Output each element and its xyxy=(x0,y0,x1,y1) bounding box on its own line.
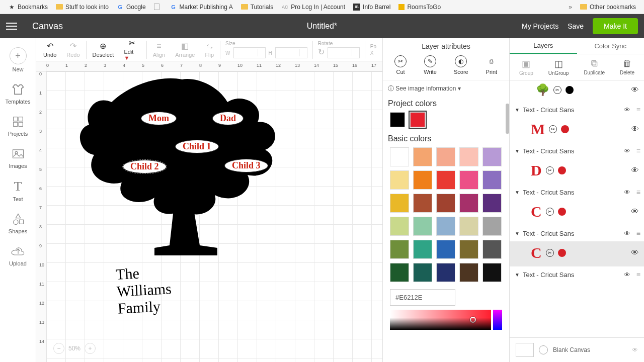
visibility-off-icon[interactable]: 👁 xyxy=(632,346,638,353)
upload-tool[interactable]: Upload xyxy=(0,239,36,272)
color-swatch[interactable] xyxy=(436,170,455,190)
width-input[interactable] xyxy=(233,47,266,58)
canvas-area[interactable]: 01234567891011121314151617 0123456789101… xyxy=(36,61,382,362)
visibility-icon[interactable]: 👁 xyxy=(631,166,639,175)
color-swatch[interactable] xyxy=(436,194,455,213)
tree-image[interactable] xyxy=(66,74,298,270)
bookmark-item[interactable] xyxy=(150,2,166,12)
bookmark-item[interactable]: ★Bookmarks xyxy=(4,2,52,12)
color-swatch[interactable] xyxy=(482,217,502,236)
drag-handle-icon[interactable]: ≡ xyxy=(636,147,639,155)
name-child3[interactable]: Child 3 xyxy=(224,159,268,172)
layer-row[interactable]: M✂👁 xyxy=(510,118,644,143)
layer-row[interactable]: C✂👁 xyxy=(510,241,644,266)
blank-canvas-row[interactable]: Blank Canvas 👁 xyxy=(510,337,644,362)
color-swatch[interactable] xyxy=(390,263,409,282)
color-swatch[interactable] xyxy=(436,263,455,282)
bookmark-item[interactable]: GGoogle xyxy=(113,2,150,12)
name-dad[interactable]: Dad xyxy=(212,112,244,125)
layer-header[interactable]: ▼Text - Cricut Sans👁≡ xyxy=(510,184,644,200)
rotate-icon[interactable]: ↻ xyxy=(318,47,325,56)
color-swatch[interactable] xyxy=(436,240,455,259)
layer-header[interactable]: ▼Text - Cricut Sans👁≡ xyxy=(510,143,644,159)
color-swatch[interactable] xyxy=(459,263,478,282)
other-bookmarks[interactable]: Other bookmarks xyxy=(576,2,640,12)
color-swatch[interactable] xyxy=(482,240,502,259)
bookmark-item[interactable]: IBInfo Barrel xyxy=(349,2,394,12)
color-swatch[interactable] xyxy=(413,217,432,236)
see-image-info[interactable]: ⓘ See image information ▾ xyxy=(383,80,509,97)
tab-layers[interactable]: Layers xyxy=(510,38,577,54)
linetype-write[interactable]: ✎Write xyxy=(424,55,436,75)
bookmark-item[interactable]: Tutorials xyxy=(237,2,278,12)
layer-header[interactable]: ▼Text - Cricut Sans👁≡ xyxy=(510,225,644,241)
family-title-text[interactable]: The Williams Family xyxy=(115,263,173,317)
color-swatch[interactable] xyxy=(459,170,478,190)
document-title[interactable]: Untitled* xyxy=(307,22,337,31)
color-swatch[interactable] xyxy=(413,170,432,190)
color-swatch[interactable] xyxy=(390,147,409,166)
my-projects-link[interactable]: My Projects xyxy=(522,22,558,30)
align-button[interactable]: ≡Align xyxy=(148,40,170,60)
color-swatch[interactable] xyxy=(390,217,409,236)
layer-header[interactable]: ▼Text - Cricut Sans👁≡ xyxy=(510,102,644,118)
gradient-handle[interactable] xyxy=(470,317,476,323)
color-swatch[interactable] xyxy=(459,194,478,213)
color-swatch[interactable] xyxy=(390,170,409,190)
layer-header[interactable]: ▼Text - Cricut Sans👁≡ xyxy=(510,266,644,283)
drag-handle-icon[interactable]: ≡ xyxy=(636,270,639,279)
visibility-icon[interactable]: 👁 xyxy=(624,271,630,279)
menu-icon[interactable] xyxy=(6,18,22,34)
bookmark-item[interactable]: RoomsToGo xyxy=(394,2,445,12)
shapes-tool[interactable]: Shapes xyxy=(0,207,36,239)
text-tool[interactable]: TText xyxy=(0,174,36,207)
scrollbar-thumb[interactable] xyxy=(506,104,509,134)
layer-row[interactable]: D✂👁 xyxy=(510,159,644,184)
name-mom[interactable]: Mom xyxy=(141,112,177,125)
color-swatch[interactable] xyxy=(410,112,425,127)
color-swatch[interactable] xyxy=(390,194,409,213)
visibility-icon[interactable]: 👁 xyxy=(624,230,630,237)
drag-handle-icon[interactable]: ≡ xyxy=(636,188,639,196)
bookmarks-overflow[interactable]: » xyxy=(565,4,576,11)
deselect-button[interactable]: ⊕Deselect xyxy=(88,40,119,60)
height-input[interactable] xyxy=(275,47,307,58)
delete-button[interactable]: 🗑Delete xyxy=(620,58,634,76)
flip-button[interactable]: ⇋Flip xyxy=(200,40,219,60)
linetype-score[interactable]: ◐Score xyxy=(454,55,468,75)
zoom-in-button[interactable]: + xyxy=(85,343,96,354)
templates-tool[interactable]: Templates xyxy=(0,77,36,110)
tab-color-sync[interactable]: Color Sync xyxy=(577,38,645,54)
visibility-icon[interactable]: 👁 xyxy=(631,248,639,257)
arrange-button[interactable]: ◧Arrange xyxy=(170,40,200,60)
color-swatch[interactable] xyxy=(413,240,432,259)
color-swatch[interactable] xyxy=(482,263,502,282)
hue-slider[interactable] xyxy=(493,310,502,330)
color-swatch[interactable] xyxy=(482,194,502,213)
linetype-cut[interactable]: ✂Cut xyxy=(394,55,407,75)
save-button[interactable]: Save xyxy=(568,22,584,30)
redo-button[interactable]: ↷Redo xyxy=(61,40,85,60)
color-gradient[interactable] xyxy=(390,310,502,330)
hex-input[interactable]: #E6212E xyxy=(390,289,455,306)
undo-button[interactable]: ↶Undo xyxy=(38,40,61,60)
drag-handle-icon[interactable]: ≡ xyxy=(636,106,639,114)
edit-button[interactable]: ✂Edit ▼ xyxy=(119,37,145,63)
visibility-icon[interactable]: 👁 xyxy=(624,147,630,155)
color-swatch[interactable] xyxy=(413,263,432,282)
linetype-print[interactable]: ⎙Print xyxy=(486,55,498,75)
color-swatch[interactable] xyxy=(390,112,405,127)
color-swatch[interactable] xyxy=(390,240,409,259)
name-child2[interactable]: Child 2 xyxy=(123,160,167,173)
drag-handle-icon[interactable]: ≡ xyxy=(636,229,639,237)
color-swatch[interactable] xyxy=(436,217,455,236)
zoom-out-button[interactable]: − xyxy=(53,343,64,354)
new-tool[interactable]: +New xyxy=(0,42,36,77)
color-swatch[interactable] xyxy=(413,147,432,166)
visibility-icon[interactable]: 👁 xyxy=(631,85,639,95)
color-swatch[interactable] xyxy=(459,240,478,259)
visibility-icon[interactable]: 👁 xyxy=(624,106,630,114)
color-swatch[interactable] xyxy=(459,217,478,236)
rotate-input[interactable] xyxy=(328,47,360,58)
layer-row[interactable]: C✂👁 xyxy=(510,200,644,225)
